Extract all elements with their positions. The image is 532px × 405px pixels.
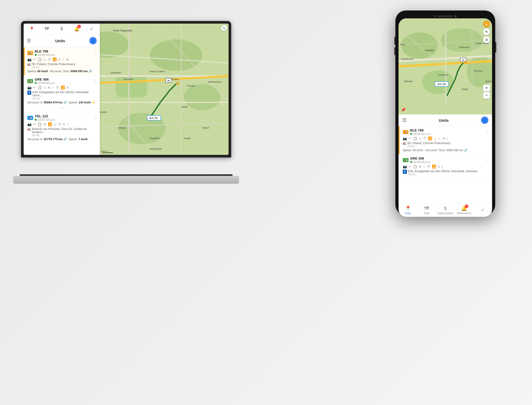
phone-gre456-menu-icon[interactable]: ⋮ — [485, 157, 489, 162]
phone-ble789-time: 03:58:19 p.m. — [410, 132, 431, 135]
ble789-icon-9[interactable]: ≋ — [66, 57, 69, 61]
nav-trips-icon[interactable]: 🗺 — [44, 26, 50, 32]
yel123-icon-8[interactable]: A — [63, 122, 65, 126]
phone-map: 50 Drwalewski Hipolitów Sułkow — [399, 18, 492, 114]
phone-vol-up-button[interactable] — [394, 37, 395, 45]
phone-tab-trips[interactable]: 🗺 Trips — [417, 204, 436, 217]
pg-icon-6[interactable]: ⏱ — [427, 165, 430, 169]
ble789-icon-8[interactable]: ○ — [62, 57, 64, 61]
laptop-sidebar: 📍 🗺 $ 🔔 1 ✓ ☰ Units 👤 — [24, 24, 100, 155]
laptop-screen-content: 50 BLE 789 Nowe Wagrodno Sułkowice Nowe … — [24, 24, 229, 155]
yel123-icon-1[interactable]: 📷 — [27, 122, 32, 126]
ble789-menu-icon[interactable]: ⋮ — [93, 50, 97, 55]
phone-ble789-menu-icon[interactable]: ⋮ — [485, 129, 489, 134]
yel123-icon-9[interactable]: ○ — [67, 122, 69, 126]
gre456-icon-2[interactable]: ✂ — [33, 86, 36, 90]
laptop-device: 50 BLE 789 Nowe Wagrodno Sułkowice Nowe … — [13, 21, 239, 184]
ble789-icon-7[interactable]: A — [58, 57, 61, 61]
p-icon-6[interactable]: 📶 — [428, 136, 432, 140]
yel123-icon-4[interactable]: ≋ — [43, 122, 46, 126]
pg-icon-8[interactable]: A — [438, 165, 440, 169]
pg-icon-9[interactable]: | — [442, 165, 442, 169]
phone-unit-list[interactable]: 🚛 BLE 789 03:58:19 p.m. — [399, 126, 492, 204]
nav-check-icon[interactable]: ✓ — [89, 26, 95, 32]
p-icon-3[interactable]: 📋 — [413, 136, 417, 140]
phone-unit-card-gre456[interactable]: 🚛 GRE 456 03:58:18 p.m. — [399, 154, 492, 179]
ble789-avatar: 🚛 — [27, 51, 33, 55]
ble789-icon-3[interactable]: 📋 — [38, 57, 42, 61]
svg-text:Lasopole: Lasopole — [438, 73, 448, 76]
phone-zoom-in-button[interactable]: + — [483, 85, 490, 91]
gre456-time: 03:58:34 p.m. — [35, 81, 55, 85]
phone-tab-units[interactable]: 📍 Units — [399, 204, 417, 217]
ble789-icon-4[interactable]: ◇ — [43, 57, 46, 61]
phone-reload-icon[interactable]: ↻ — [483, 28, 490, 35]
phone-unit-card-ble789[interactable]: 🚛 BLE 789 03:58:19 p.m. — [399, 126, 492, 154]
yel123-icon-5[interactable]: 📶 — [48, 122, 52, 126]
gre456-icon-7[interactable]: ⏱ — [56, 86, 59, 90]
gre456-icon-9[interactable]: A — [66, 86, 69, 90]
phone-vol-down-button[interactable] — [394, 47, 395, 55]
yel123-icon-7[interactable]: ⏱ — [58, 122, 61, 126]
p-icon-8[interactable]: ○ — [438, 136, 441, 140]
laptop-unit-list[interactable]: 🚛 BLE 789 03:58:33 p.m. — [24, 47, 100, 155]
svg-text:Grobice: Grobice — [171, 78, 179, 81]
laptop-search-icon[interactable]: 🔍 — [221, 25, 227, 31]
phone-compass-icon[interactable]: ▲ — [483, 20, 490, 27]
ble789-icon-6[interactable]: 📶 — [53, 57, 57, 61]
phone-tab-notifications[interactable]: 🔔 1 Notifications — [455, 204, 473, 217]
gre456-icon-4[interactable]: ◇ — [43, 86, 46, 90]
pg-icon-4[interactable]: ≋ — [419, 165, 422, 169]
gre456-expand-icon[interactable]: ⌄ — [27, 105, 97, 110]
svg-text:Chynów: Chynów — [187, 85, 195, 87]
phone-tab-subscriptions-icon: $ — [444, 206, 447, 211]
p-icon-10[interactable]: | — [447, 136, 447, 140]
phone-avatar-button[interactable]: 👤 — [481, 117, 488, 124]
ble789-icon-1[interactable]: 📷 — [27, 57, 32, 61]
laptop-unit-card-yel123[interactable]: 🚛 YEL 123 03:57:37 p.m. — [24, 112, 100, 143]
phone-tab-check[interactable]: ✓ — [473, 204, 492, 217]
yel123-header: 🚛 YEL 123 03:57:37 p.m. — [27, 114, 97, 121]
phone-power-button[interactable] — [495, 42, 496, 52]
pg-icon-1[interactable]: 📷 — [403, 165, 407, 169]
laptop-base — [13, 176, 239, 184]
ble789-icon-5[interactable]: ⏱ — [48, 57, 51, 61]
hamburger-menu-icon[interactable]: ☰ — [27, 38, 31, 44]
p-icon-2[interactable]: ✂ — [409, 136, 411, 140]
yel123-icon-2[interactable]: ✂ — [33, 122, 36, 126]
ble789-icon-2[interactable]: ✂ — [33, 57, 36, 61]
gre456-icon-8[interactable]: 📶 — [61, 86, 65, 90]
nav-units-icon[interactable]: 📍 — [29, 26, 35, 32]
nav-subscriptions-icon[interactable]: $ — [59, 26, 65, 32]
phone-zoom-out-button[interactable]: − — [483, 92, 490, 99]
phone-gre456-icons: 📷 ✂ 📋 ≋ ○ ⏱ 📶 A | — [403, 165, 489, 169]
p-icon-9[interactable]: ≋ — [442, 136, 445, 140]
gre456-icon-5[interactable]: ≋ — [48, 86, 50, 90]
gre456-icon-3[interactable]: 📋 — [38, 86, 42, 90]
phone-tab-subscriptions[interactable]: $ Subscriptions — [436, 204, 454, 217]
nav-notifications-icon[interactable]: 🔔 1 — [74, 26, 80, 32]
yel123-icon-3[interactable]: 📋 — [38, 122, 42, 126]
phone-location-icon[interactable]: ◎ — [483, 36, 490, 43]
p-icon-4[interactable]: ◇ — [419, 136, 421, 140]
phone-pin-icon[interactable]: 📌 — [401, 107, 406, 112]
gre456-menu-icon[interactable]: ⋮ — [93, 78, 97, 83]
yel123-icon-6[interactable]: ◇ — [54, 122, 56, 126]
gre456-icon-1[interactable]: 📷 — [27, 86, 32, 90]
gre456-icon-6[interactable]: ○ — [52, 86, 54, 90]
phone-hamburger-icon[interactable]: ☰ — [402, 117, 406, 123]
svg-text:Sułkowice: Sułkowice — [459, 46, 470, 49]
pg-icon-2[interactable]: ✂ — [409, 165, 411, 169]
laptop-unit-card-gre456[interactable]: 🚛 GRE 456 03:58:34 p.m. — [24, 75, 100, 112]
p-icon-7[interactable]: ⚠ — [434, 136, 437, 140]
svg-text:50: 50 — [167, 79, 170, 82]
avatar-button[interactable]: 👤 — [89, 37, 97, 44]
p-icon-1[interactable]: 📷 — [403, 136, 407, 140]
p-icon-5[interactable]: ⏱ — [423, 136, 426, 140]
pg-icon-5[interactable]: ○ — [423, 165, 425, 169]
laptop-unit-card-ble789[interactable]: 🚛 BLE 789 03:58:33 p.m. — [24, 47, 100, 75]
pg-icon-7[interactable]: 📶 — [432, 165, 436, 169]
pg-icon-3[interactable]: 📋 — [413, 165, 417, 169]
svg-text:Widok: Widok — [181, 106, 188, 108]
yel123-menu-icon[interactable]: ⋮ — [93, 115, 97, 120]
